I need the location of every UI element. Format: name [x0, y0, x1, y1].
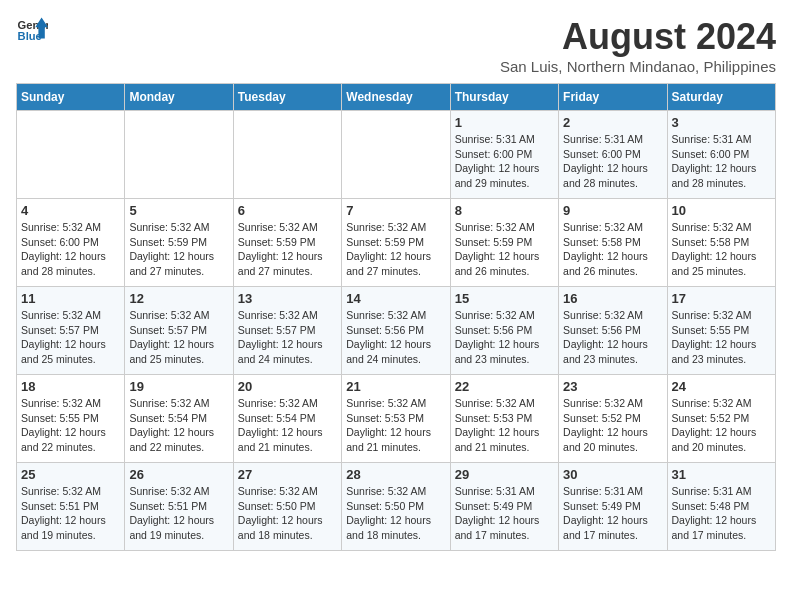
day-info: Sunrise: 5:32 AM Sunset: 5:59 PM Dayligh… — [129, 220, 228, 279]
calendar-cell: 21Sunrise: 5:32 AM Sunset: 5:53 PM Dayli… — [342, 375, 450, 463]
calendar-cell: 16Sunrise: 5:32 AM Sunset: 5:56 PM Dayli… — [559, 287, 667, 375]
calendar-cell: 11Sunrise: 5:32 AM Sunset: 5:57 PM Dayli… — [17, 287, 125, 375]
day-info: Sunrise: 5:32 AM Sunset: 5:59 PM Dayligh… — [346, 220, 445, 279]
calendar-cell: 22Sunrise: 5:32 AM Sunset: 5:53 PM Dayli… — [450, 375, 558, 463]
calendar-cell: 20Sunrise: 5:32 AM Sunset: 5:54 PM Dayli… — [233, 375, 341, 463]
day-info: Sunrise: 5:32 AM Sunset: 5:53 PM Dayligh… — [455, 396, 554, 455]
day-number: 7 — [346, 203, 445, 218]
day-info: Sunrise: 5:32 AM Sunset: 5:51 PM Dayligh… — [129, 484, 228, 543]
day-number: 11 — [21, 291, 120, 306]
day-number: 16 — [563, 291, 662, 306]
day-info: Sunrise: 5:32 AM Sunset: 5:51 PM Dayligh… — [21, 484, 120, 543]
month-title: August 2024 — [500, 16, 776, 58]
day-number: 20 — [238, 379, 337, 394]
day-number: 18 — [21, 379, 120, 394]
calendar-week-row: 11Sunrise: 5:32 AM Sunset: 5:57 PM Dayli… — [17, 287, 776, 375]
svg-text:Blue: Blue — [18, 30, 42, 42]
day-number: 29 — [455, 467, 554, 482]
calendar-cell — [125, 111, 233, 199]
weekday-header-sunday: Sunday — [17, 84, 125, 111]
day-number: 26 — [129, 467, 228, 482]
weekday-header-thursday: Thursday — [450, 84, 558, 111]
day-number: 8 — [455, 203, 554, 218]
calendar-cell — [342, 111, 450, 199]
day-info: Sunrise: 5:32 AM Sunset: 5:56 PM Dayligh… — [563, 308, 662, 367]
calendar-cell: 17Sunrise: 5:32 AM Sunset: 5:55 PM Dayli… — [667, 287, 775, 375]
day-number: 1 — [455, 115, 554, 130]
calendar-cell — [233, 111, 341, 199]
day-number: 10 — [672, 203, 771, 218]
day-info: Sunrise: 5:32 AM Sunset: 5:57 PM Dayligh… — [129, 308, 228, 367]
day-info: Sunrise: 5:31 AM Sunset: 5:49 PM Dayligh… — [455, 484, 554, 543]
calendar-cell: 27Sunrise: 5:32 AM Sunset: 5:50 PM Dayli… — [233, 463, 341, 551]
calendar-cell: 7Sunrise: 5:32 AM Sunset: 5:59 PM Daylig… — [342, 199, 450, 287]
calendar-cell: 14Sunrise: 5:32 AM Sunset: 5:56 PM Dayli… — [342, 287, 450, 375]
day-number: 22 — [455, 379, 554, 394]
day-number: 3 — [672, 115, 771, 130]
weekday-header-monday: Monday — [125, 84, 233, 111]
day-info: Sunrise: 5:32 AM Sunset: 5:56 PM Dayligh… — [346, 308, 445, 367]
calendar-cell: 23Sunrise: 5:32 AM Sunset: 5:52 PM Dayli… — [559, 375, 667, 463]
day-number: 5 — [129, 203, 228, 218]
calendar-cell: 12Sunrise: 5:32 AM Sunset: 5:57 PM Dayli… — [125, 287, 233, 375]
day-info: Sunrise: 5:32 AM Sunset: 5:55 PM Dayligh… — [672, 308, 771, 367]
day-number: 2 — [563, 115, 662, 130]
calendar-cell: 4Sunrise: 5:32 AM Sunset: 6:00 PM Daylig… — [17, 199, 125, 287]
calendar-cell: 30Sunrise: 5:31 AM Sunset: 5:49 PM Dayli… — [559, 463, 667, 551]
calendar-cell: 28Sunrise: 5:32 AM Sunset: 5:50 PM Dayli… — [342, 463, 450, 551]
calendar-cell: 8Sunrise: 5:32 AM Sunset: 5:59 PM Daylig… — [450, 199, 558, 287]
calendar-cell: 13Sunrise: 5:32 AM Sunset: 5:57 PM Dayli… — [233, 287, 341, 375]
day-number: 23 — [563, 379, 662, 394]
calendar-week-row: 18Sunrise: 5:32 AM Sunset: 5:55 PM Dayli… — [17, 375, 776, 463]
calendar-cell: 2Sunrise: 5:31 AM Sunset: 6:00 PM Daylig… — [559, 111, 667, 199]
day-info: Sunrise: 5:32 AM Sunset: 5:57 PM Dayligh… — [238, 308, 337, 367]
day-number: 6 — [238, 203, 337, 218]
location-title: San Luis, Northern Mindanao, Philippines — [500, 58, 776, 75]
day-number: 25 — [21, 467, 120, 482]
logo: General Blue — [16, 16, 48, 44]
day-number: 12 — [129, 291, 228, 306]
day-info: Sunrise: 5:32 AM Sunset: 6:00 PM Dayligh… — [21, 220, 120, 279]
calendar-cell: 31Sunrise: 5:31 AM Sunset: 5:48 PM Dayli… — [667, 463, 775, 551]
weekday-header-friday: Friday — [559, 84, 667, 111]
day-number: 24 — [672, 379, 771, 394]
day-number: 19 — [129, 379, 228, 394]
day-number: 13 — [238, 291, 337, 306]
day-number: 30 — [563, 467, 662, 482]
day-info: Sunrise: 5:31 AM Sunset: 5:48 PM Dayligh… — [672, 484, 771, 543]
calendar-cell: 29Sunrise: 5:31 AM Sunset: 5:49 PM Dayli… — [450, 463, 558, 551]
day-info: Sunrise: 5:32 AM Sunset: 5:59 PM Dayligh… — [238, 220, 337, 279]
day-number: 4 — [21, 203, 120, 218]
calendar-week-row: 1Sunrise: 5:31 AM Sunset: 6:00 PM Daylig… — [17, 111, 776, 199]
day-number: 21 — [346, 379, 445, 394]
day-number: 28 — [346, 467, 445, 482]
calendar-cell — [17, 111, 125, 199]
day-number: 31 — [672, 467, 771, 482]
day-number: 9 — [563, 203, 662, 218]
day-info: Sunrise: 5:32 AM Sunset: 5:58 PM Dayligh… — [563, 220, 662, 279]
day-info: Sunrise: 5:32 AM Sunset: 5:52 PM Dayligh… — [672, 396, 771, 455]
calendar-cell: 9Sunrise: 5:32 AM Sunset: 5:58 PM Daylig… — [559, 199, 667, 287]
day-info: Sunrise: 5:32 AM Sunset: 5:53 PM Dayligh… — [346, 396, 445, 455]
day-info: Sunrise: 5:32 AM Sunset: 5:56 PM Dayligh… — [455, 308, 554, 367]
day-number: 27 — [238, 467, 337, 482]
day-info: Sunrise: 5:32 AM Sunset: 5:55 PM Dayligh… — [21, 396, 120, 455]
calendar-table: SundayMondayTuesdayWednesdayThursdayFrid… — [16, 83, 776, 551]
day-info: Sunrise: 5:32 AM Sunset: 5:59 PM Dayligh… — [455, 220, 554, 279]
day-info: Sunrise: 5:32 AM Sunset: 5:52 PM Dayligh… — [563, 396, 662, 455]
logo-icon: General Blue — [16, 16, 48, 44]
day-info: Sunrise: 5:32 AM Sunset: 5:54 PM Dayligh… — [238, 396, 337, 455]
day-info: Sunrise: 5:32 AM Sunset: 5:58 PM Dayligh… — [672, 220, 771, 279]
weekday-header-tuesday: Tuesday — [233, 84, 341, 111]
calendar-week-row: 25Sunrise: 5:32 AM Sunset: 5:51 PM Dayli… — [17, 463, 776, 551]
day-number: 17 — [672, 291, 771, 306]
title-area: August 2024 San Luis, Northern Mindanao,… — [500, 16, 776, 75]
calendar-cell: 3Sunrise: 5:31 AM Sunset: 6:00 PM Daylig… — [667, 111, 775, 199]
calendar-week-row: 4Sunrise: 5:32 AM Sunset: 6:00 PM Daylig… — [17, 199, 776, 287]
weekday-header-wednesday: Wednesday — [342, 84, 450, 111]
day-info: Sunrise: 5:31 AM Sunset: 6:00 PM Dayligh… — [563, 132, 662, 191]
calendar-cell: 18Sunrise: 5:32 AM Sunset: 5:55 PM Dayli… — [17, 375, 125, 463]
calendar-cell: 25Sunrise: 5:32 AM Sunset: 5:51 PM Dayli… — [17, 463, 125, 551]
calendar-cell: 15Sunrise: 5:32 AM Sunset: 5:56 PM Dayli… — [450, 287, 558, 375]
calendar-cell: 19Sunrise: 5:32 AM Sunset: 5:54 PM Dayli… — [125, 375, 233, 463]
